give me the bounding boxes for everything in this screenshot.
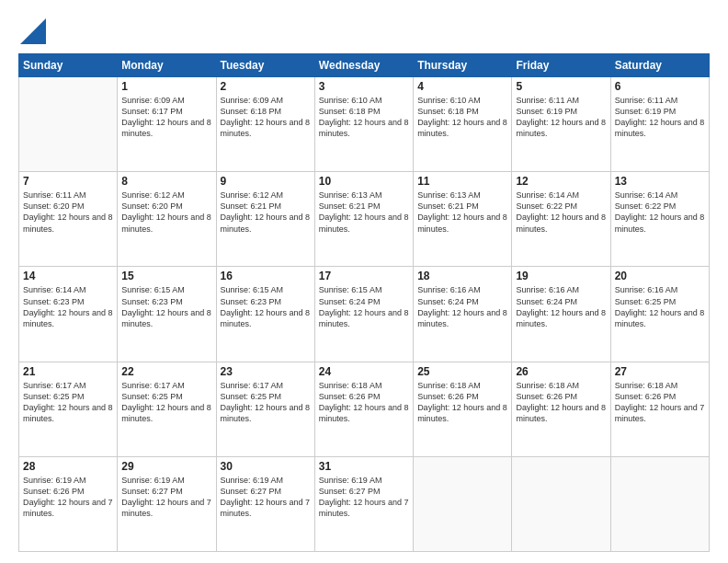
week-row-1: 7Sunrise: 6:11 AMSunset: 6:20 PMDaylight… xyxy=(19,172,710,267)
day-cell: 30Sunrise: 6:19 AMSunset: 6:27 PMDayligh… xyxy=(216,456,314,551)
day-number: 17 xyxy=(319,270,409,282)
day-info: Sunrise: 6:12 AMSunset: 6:21 PMDaylight:… xyxy=(221,190,311,235)
day-number: 23 xyxy=(221,365,311,378)
weekday-header-tuesday: Tuesday xyxy=(216,54,314,77)
day-number: 10 xyxy=(319,175,409,188)
day-info: Sunrise: 6:16 AMSunset: 6:25 PMDaylight:… xyxy=(615,284,705,329)
day-number: 27 xyxy=(615,365,705,378)
day-cell: 10Sunrise: 6:13 AMSunset: 6:21 PMDayligh… xyxy=(314,172,413,267)
day-info: Sunrise: 6:11 AMSunset: 6:19 PMDaylight:… xyxy=(516,95,606,140)
day-cell: 19Sunrise: 6:16 AMSunset: 6:24 PMDayligh… xyxy=(512,267,610,362)
day-cell: 2Sunrise: 6:09 AMSunset: 6:18 PMDaylight… xyxy=(216,77,314,172)
day-cell: 13Sunrise: 6:14 AMSunset: 6:22 PMDayligh… xyxy=(610,172,709,267)
day-cell: 8Sunrise: 6:12 AMSunset: 6:20 PMDaylight… xyxy=(118,172,216,267)
weekday-header-thursday: Thursday xyxy=(414,54,512,77)
day-cell: 28Sunrise: 6:19 AMSunset: 6:26 PMDayligh… xyxy=(19,456,118,551)
week-row-2: 14Sunrise: 6:14 AMSunset: 6:23 PMDayligh… xyxy=(19,267,710,362)
day-info: Sunrise: 6:17 AMSunset: 6:25 PMDaylight:… xyxy=(23,380,113,425)
day-number: 7 xyxy=(23,175,113,188)
day-number: 31 xyxy=(319,460,409,473)
day-cell: 26Sunrise: 6:18 AMSunset: 6:26 PMDayligh… xyxy=(512,362,610,456)
day-info: Sunrise: 6:14 AMSunset: 6:22 PMDaylight:… xyxy=(516,190,606,235)
day-cell xyxy=(19,77,118,172)
day-cell: 4Sunrise: 6:10 AMSunset: 6:18 PMDaylight… xyxy=(414,77,512,172)
week-row-3: 21Sunrise: 6:17 AMSunset: 6:25 PMDayligh… xyxy=(19,362,710,456)
day-cell: 7Sunrise: 6:11 AMSunset: 6:20 PMDaylight… xyxy=(19,172,118,267)
day-info: Sunrise: 6:15 AMSunset: 6:24 PMDaylight:… xyxy=(319,284,409,329)
day-cell: 20Sunrise: 6:16 AMSunset: 6:25 PMDayligh… xyxy=(610,267,709,362)
day-number: 1 xyxy=(121,80,211,93)
day-info: Sunrise: 6:10 AMSunset: 6:18 PMDaylight:… xyxy=(417,95,507,140)
day-info: Sunrise: 6:18 AMSunset: 6:26 PMDaylight:… xyxy=(615,380,705,425)
day-cell: 31Sunrise: 6:19 AMSunset: 6:27 PMDayligh… xyxy=(314,456,413,551)
day-cell: 5Sunrise: 6:11 AMSunset: 6:19 PMDaylight… xyxy=(512,77,610,172)
day-info: Sunrise: 6:18 AMSunset: 6:26 PMDaylight:… xyxy=(516,380,606,425)
day-cell: 14Sunrise: 6:14 AMSunset: 6:23 PMDayligh… xyxy=(19,267,118,362)
day-number: 22 xyxy=(121,365,211,378)
day-info: Sunrise: 6:11 AMSunset: 6:19 PMDaylight:… xyxy=(615,95,705,140)
day-number: 21 xyxy=(23,365,113,378)
day-info: Sunrise: 6:19 AMSunset: 6:27 PMDaylight:… xyxy=(319,475,409,520)
day-number: 3 xyxy=(319,80,409,93)
day-info: Sunrise: 6:14 AMSunset: 6:22 PMDaylight:… xyxy=(615,190,705,235)
day-cell: 24Sunrise: 6:18 AMSunset: 6:26 PMDayligh… xyxy=(314,362,413,456)
day-number: 11 xyxy=(417,175,507,188)
day-cell: 27Sunrise: 6:18 AMSunset: 6:26 PMDayligh… xyxy=(610,362,709,456)
day-cell xyxy=(512,456,610,551)
page: SundayMondayTuesdayWednesdayThursdayFrid… xyxy=(0,0,728,563)
day-cell: 17Sunrise: 6:15 AMSunset: 6:24 PMDayligh… xyxy=(314,267,413,362)
day-number: 29 xyxy=(121,460,211,473)
day-number: 9 xyxy=(221,175,311,188)
day-info: Sunrise: 6:19 AMSunset: 6:27 PMDaylight:… xyxy=(221,475,311,520)
weekday-header-monday: Monday xyxy=(118,54,216,77)
day-info: Sunrise: 6:15 AMSunset: 6:23 PMDaylight:… xyxy=(221,284,311,329)
week-row-4: 28Sunrise: 6:19 AMSunset: 6:26 PMDayligh… xyxy=(19,456,710,551)
day-cell: 9Sunrise: 6:12 AMSunset: 6:21 PMDaylight… xyxy=(216,172,314,267)
day-info: Sunrise: 6:16 AMSunset: 6:24 PMDaylight:… xyxy=(516,284,606,329)
week-row-0: 1Sunrise: 6:09 AMSunset: 6:17 PMDaylight… xyxy=(19,77,710,172)
day-cell: 23Sunrise: 6:17 AMSunset: 6:25 PMDayligh… xyxy=(216,362,314,456)
day-cell: 16Sunrise: 6:15 AMSunset: 6:23 PMDayligh… xyxy=(216,267,314,362)
day-number: 16 xyxy=(221,270,311,282)
day-number: 13 xyxy=(615,175,705,188)
day-info: Sunrise: 6:19 AMSunset: 6:27 PMDaylight:… xyxy=(121,475,211,520)
day-cell: 29Sunrise: 6:19 AMSunset: 6:27 PMDayligh… xyxy=(118,456,216,551)
day-info: Sunrise: 6:09 AMSunset: 6:18 PMDaylight:… xyxy=(221,95,311,140)
day-number: 24 xyxy=(319,365,409,378)
day-cell: 25Sunrise: 6:18 AMSunset: 6:26 PMDayligh… xyxy=(414,362,512,456)
svg-marker-0 xyxy=(20,18,46,44)
day-info: Sunrise: 6:12 AMSunset: 6:20 PMDaylight:… xyxy=(121,190,211,235)
day-number: 8 xyxy=(121,175,211,188)
day-number: 4 xyxy=(417,80,507,93)
day-number: 12 xyxy=(516,175,606,188)
weekday-header-saturday: Saturday xyxy=(610,54,709,77)
day-number: 2 xyxy=(221,80,311,93)
day-info: Sunrise: 6:15 AMSunset: 6:23 PMDaylight:… xyxy=(121,284,211,329)
day-cell xyxy=(414,456,512,551)
day-number: 18 xyxy=(417,270,507,282)
weekday-header-friday: Friday xyxy=(512,54,610,77)
day-cell: 15Sunrise: 6:15 AMSunset: 6:23 PMDayligh… xyxy=(118,267,216,362)
day-cell: 12Sunrise: 6:14 AMSunset: 6:22 PMDayligh… xyxy=(512,172,610,267)
day-info: Sunrise: 6:17 AMSunset: 6:25 PMDaylight:… xyxy=(221,380,311,425)
day-cell: 11Sunrise: 6:13 AMSunset: 6:21 PMDayligh… xyxy=(414,172,512,267)
header xyxy=(18,15,710,44)
weekday-header-row: SundayMondayTuesdayWednesdayThursdayFrid… xyxy=(19,54,710,77)
day-number: 6 xyxy=(615,80,705,93)
day-cell: 3Sunrise: 6:10 AMSunset: 6:18 PMDaylight… xyxy=(314,77,413,172)
day-number: 19 xyxy=(516,270,606,282)
day-cell: 22Sunrise: 6:17 AMSunset: 6:25 PMDayligh… xyxy=(118,362,216,456)
day-cell: 6Sunrise: 6:11 AMSunset: 6:19 PMDaylight… xyxy=(610,77,709,172)
logo xyxy=(18,18,46,44)
day-number: 5 xyxy=(516,80,606,93)
day-info: Sunrise: 6:09 AMSunset: 6:17 PMDaylight:… xyxy=(121,95,211,140)
day-info: Sunrise: 6:17 AMSunset: 6:25 PMDaylight:… xyxy=(121,380,211,425)
weekday-header-sunday: Sunday xyxy=(19,54,118,77)
day-number: 28 xyxy=(23,460,113,473)
logo-icon xyxy=(20,18,46,44)
day-cell xyxy=(610,456,709,551)
day-number: 20 xyxy=(615,270,705,282)
day-number: 25 xyxy=(417,365,507,378)
day-number: 26 xyxy=(516,365,606,378)
day-number: 15 xyxy=(121,270,211,282)
